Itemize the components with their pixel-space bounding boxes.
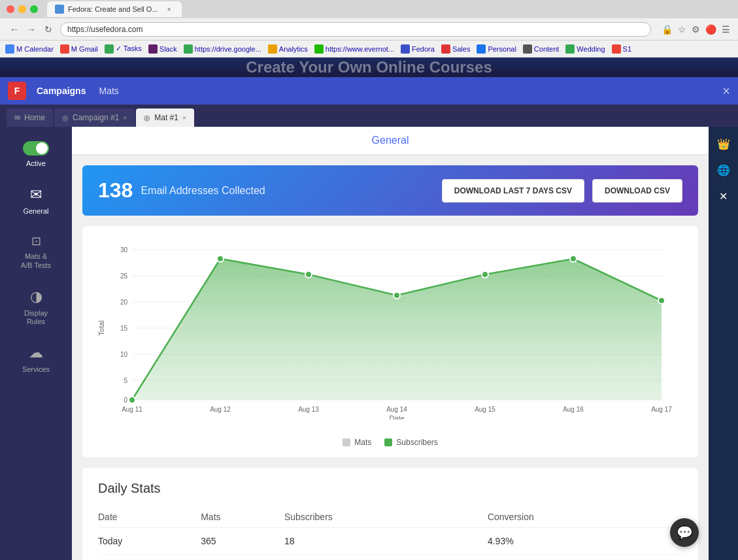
col-mats-header: Mats xyxy=(201,506,284,528)
app-close-button[interactable]: × xyxy=(722,84,730,99)
nav-mats[interactable]: Mats xyxy=(99,86,118,96)
col-conversion-header: Conversion xyxy=(488,506,682,528)
col-subscribers-header: Subscribers xyxy=(284,506,488,528)
sidebar-item-display-rules[interactable]: ◑ Display Rules xyxy=(0,280,72,334)
row-conversion: 4.93% xyxy=(488,528,682,555)
svg-text:Date: Date xyxy=(389,414,404,420)
active-toggle[interactable] xyxy=(23,141,49,156)
email-label: Email Addresses Collected xyxy=(141,185,265,197)
campaign-tab-close[interactable]: × xyxy=(123,114,127,122)
tab-mat1[interactable]: ◎ Mat #1 × xyxy=(136,108,194,127)
bookmark-sales[interactable]: Sales xyxy=(441,44,471,54)
bookmarks-bar: M Calendar M Gmail ✓ Tasks Slack https:/… xyxy=(0,41,738,58)
svg-text:Aug 13: Aug 13 xyxy=(298,406,319,413)
svg-text:10: 10 xyxy=(120,351,128,358)
url-bar[interactable]: https://usefedora.com xyxy=(60,22,651,37)
bookmark-tasks[interactable]: ✓ Tasks xyxy=(105,44,142,54)
display-rules-label: Display Rules xyxy=(24,309,48,326)
bookmark-star-icon[interactable]: ☆ xyxy=(678,24,686,35)
sidebar-item-general[interactable]: ✉ General xyxy=(0,178,72,223)
bookmark-evernote[interactable]: https://www.evernot... xyxy=(314,44,394,54)
tab-home[interactable]: ✉ Home xyxy=(7,108,53,127)
table-row: Today 365 18 4.93% xyxy=(98,528,682,555)
tab-campaign1[interactable]: ◎ Campaign #1 × xyxy=(54,108,135,127)
svg-text:Aug 14: Aug 14 xyxy=(386,406,407,413)
traffic-lights xyxy=(7,5,38,13)
browser-tab[interactable]: Fedora: Create and Sell O... × xyxy=(47,1,182,17)
daily-stats-section: Daily Stats Date Mats Subscribers Conver… xyxy=(82,468,698,560)
bookmark-s1[interactable]: S1 xyxy=(612,44,631,54)
legend-subscribers-label: Subscribers xyxy=(396,438,437,447)
fullscreen-traffic-light[interactable] xyxy=(30,5,38,13)
tab-campaign1-label: Campaign #1 xyxy=(73,113,119,122)
refresh-button[interactable]: ↻ xyxy=(42,23,55,36)
home-tab-icon: ✉ xyxy=(14,114,20,122)
bookmark-personal[interactable]: Personal xyxy=(477,44,516,54)
datapoint-aug17 xyxy=(658,297,665,304)
download-7days-button[interactable]: DOWNLOAD LAST 7 DAYS CSV xyxy=(442,179,584,203)
legend-subscribers: Subscribers xyxy=(384,438,437,447)
row-date: Today xyxy=(98,528,201,555)
svg-text:Aug 16: Aug 16 xyxy=(563,406,584,413)
legend-subscribers-color xyxy=(384,438,392,446)
svg-text:5: 5 xyxy=(124,377,127,384)
close-icon-btn[interactable]: ✕ xyxy=(713,186,734,206)
bookmark-fedora[interactable]: Fedora xyxy=(401,44,435,54)
email-count: 138 xyxy=(98,178,133,203)
datapoint-aug12 xyxy=(217,255,224,262)
back-button[interactable]: ← xyxy=(8,23,21,36)
datapoint-aug16 xyxy=(570,255,577,262)
chart-area xyxy=(132,259,662,400)
col-date-header: Date xyxy=(98,506,201,528)
close-traffic-light[interactable] xyxy=(7,5,14,13)
svg-text:Aug 12: Aug 12 xyxy=(210,406,231,413)
url-text: https://usefedora.com xyxy=(67,25,143,34)
bookmark-calendar[interactable]: M Calendar xyxy=(5,44,54,54)
mat-tab-close[interactable]: × xyxy=(182,114,186,122)
mat-tab-icon: ◎ xyxy=(144,114,150,122)
general-icon: ✉ xyxy=(30,186,42,203)
bookmark-drive[interactable]: https://drive.google... xyxy=(184,44,261,54)
bookmark-slack[interactable]: Slack xyxy=(148,44,177,54)
svg-text:15: 15 xyxy=(120,325,128,332)
general-header: General xyxy=(72,127,709,155)
sidebar-item-services[interactable]: ☁ Services xyxy=(0,337,72,382)
chart-legend: Mats Subscribers xyxy=(93,438,688,447)
crown-icon-btn[interactable]: 👑 xyxy=(713,133,734,154)
bookmark-content[interactable]: Content xyxy=(523,44,560,54)
nav-buttons: ← → ↻ xyxy=(8,23,55,36)
tab-close-button[interactable]: × xyxy=(165,5,174,14)
app-container: F Campaigns Mats × ✉ Home ◎ Campaign #1 … xyxy=(0,77,738,560)
svg-text:30: 30 xyxy=(120,246,128,254)
toggle-thumb xyxy=(36,142,48,154)
app-tabs: ✉ Home ◎ Campaign #1 × ◎ Mat #1 × xyxy=(0,105,738,127)
sidebar-item-active[interactable]: Active xyxy=(0,133,72,176)
general-label: General xyxy=(23,207,48,216)
minimize-traffic-light[interactable] xyxy=(18,5,26,13)
nav-campaigns[interactable]: Campaigns xyxy=(37,86,86,96)
security-icon: 🔒 xyxy=(662,24,673,35)
sidebar-item-mats-ab[interactable]: ⊡ Mats & A/B Tests xyxy=(0,226,72,277)
app-header-left: F Campaigns Mats xyxy=(8,82,119,100)
datapoint-aug14 xyxy=(394,292,400,299)
row-subscribers: 18 xyxy=(284,528,488,555)
bookmark-wedding[interactable]: Wedding xyxy=(565,44,605,54)
datapoint-aug15 xyxy=(482,271,488,278)
tab-home-label: Home xyxy=(24,113,45,122)
app-header: F Campaigns Mats × xyxy=(0,77,738,105)
services-icon: ☁ xyxy=(29,344,43,361)
menu-icon[interactable]: ☰ xyxy=(722,24,730,35)
legend-mats-color xyxy=(343,438,350,446)
app-window: F Campaigns Mats × ✉ Home ◎ Campaign #1 … xyxy=(0,77,738,560)
app-logo: F xyxy=(8,82,26,100)
settings-icon[interactable]: ⚙ xyxy=(692,24,700,35)
stats-table: Date Mats Subscribers Conversion Today 3… xyxy=(98,506,682,555)
bookmark-analytics[interactable]: Analytics xyxy=(268,44,308,54)
chat-bubble-button[interactable]: 💬 xyxy=(670,518,699,547)
globe-icon-btn[interactable]: 🌐 xyxy=(713,159,734,180)
forward-button[interactable]: → xyxy=(25,23,38,36)
bookmark-gmail[interactable]: M Gmail xyxy=(60,44,98,54)
download-csv-button[interactable]: DOWNLOAD CSV xyxy=(592,179,682,203)
title-bar: Fedora: Create and Sell O... × xyxy=(0,0,738,18)
address-bar: ← → ↻ https://usefedora.com 🔒 ☆ ⚙ 🔴 ☰ xyxy=(0,18,738,41)
